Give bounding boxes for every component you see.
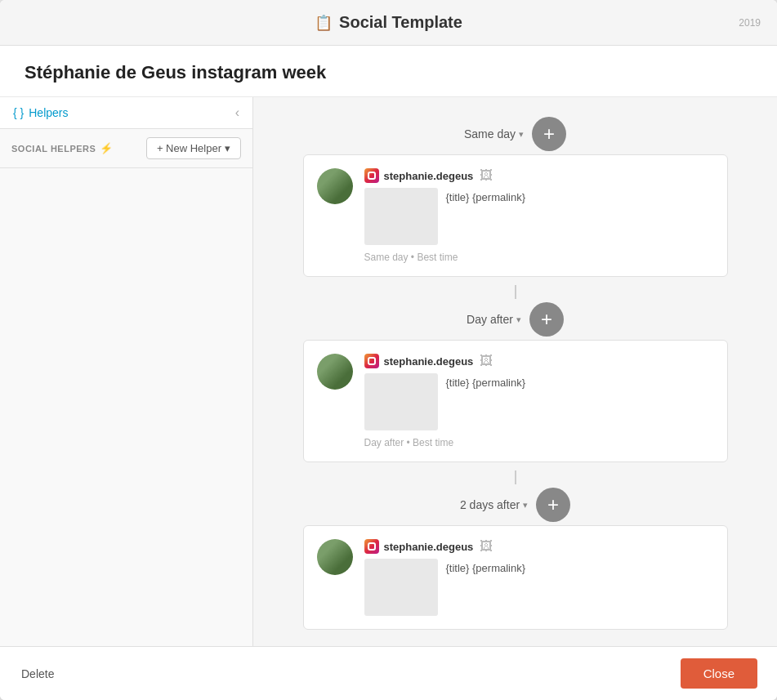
timing-caret-3[interactable]: ▾ [523, 500, 528, 511]
post-text-1: {title} {permalink} [446, 188, 526, 203]
post-preview-row-1: {title} {permalink} [364, 188, 714, 245]
sidebar-tab: { } Helpers ‹ [0, 97, 252, 129]
post-card-3: stephanie.degeus 🖼 {title} {permalink} [303, 525, 728, 630]
year-badge: 2019 [739, 17, 761, 29]
timing-label-2: Day after ▾ [467, 313, 521, 326]
post-preview-row-2: {title} {permalink} [364, 373, 714, 430]
timeline-row-2: Day after ▾ + [467, 302, 564, 337]
post-text-3: {title} {permalink} [446, 559, 526, 574]
post-account-row-2: stephanie.degeus 🖼 [364, 354, 714, 368]
timeline-row-1: Same day ▾ + [464, 117, 566, 151]
image-attach-icon-1: 🖼 [480, 168, 493, 183]
instagram-icon-1 [364, 168, 379, 183]
timeline-item-3: 2 days after ▾ + stephanie.de [303, 484, 728, 630]
timing-caret-2[interactable]: ▾ [516, 314, 521, 325]
timing-text-1: Same day [464, 127, 516, 140]
post-body-1: stephanie.degeus 🖼 {title} {permalink} S… [364, 168, 714, 263]
new-helper-label: + New Helper [157, 142, 221, 154]
connector-2 [515, 470, 516, 484]
lightning-icon: ⚡ [100, 142, 114, 154]
social-helpers-label: SOCIAL HELPERS ⚡ [11, 142, 114, 154]
timing-text-2: Day after [467, 313, 513, 326]
collapse-sidebar-icon[interactable]: ‹ [235, 105, 239, 120]
post-body-2: stephanie.degeus 🖼 {title} {permalink} D… [364, 354, 714, 448]
timing-label-1: Same day ▾ [464, 127, 524, 140]
timing-text-3: 2 days after [460, 498, 520, 511]
add-post-button-3[interactable]: + [536, 488, 570, 522]
avatar-image-1 [317, 168, 353, 204]
post-timing-detail-1: Same day • Best time [364, 252, 714, 263]
image-attach-icon-3: 🖼 [480, 539, 493, 554]
add-post-button-2[interactable]: + [529, 302, 564, 337]
timing-caret-1[interactable]: ▾ [519, 129, 524, 140]
connector-1 [515, 285, 516, 299]
account-name-1: stephanie.degeus [384, 170, 474, 182]
post-card-2: stephanie.degeus 🖼 {title} {permalink} D… [303, 340, 728, 462]
post-text-2: {title} {permalink} [446, 373, 526, 389]
social-helpers-text: SOCIAL HELPERS [11, 144, 96, 154]
delete-button[interactable]: Delete [20, 662, 56, 685]
content-area: Same day ▾ + stephanie.degeus [253, 97, 777, 646]
avatar-image-2 [317, 354, 353, 390]
avatar-image-3 [317, 539, 353, 575]
post-account-row-1: stephanie.degeus 🖼 [364, 168, 714, 183]
sidebar: { } Helpers ‹ SOCIAL HELPERS ⚡ + New Hel… [0, 97, 253, 646]
sidebar-helpers-bar: SOCIAL HELPERS ⚡ + New Helper ▾ [0, 129, 252, 168]
image-placeholder-1 [364, 188, 438, 245]
sidebar-tab-label: { } Helpers [13, 106, 69, 119]
post-preview-row-3: {title} {permalink} [364, 559, 714, 616]
timeline-item-1: Same day ▾ + stephanie.degeus [303, 114, 728, 277]
new-helper-button[interactable]: + New Helper ▾ [146, 137, 241, 159]
modal-container: 📋 Social Template 2019 Stéphanie de Geus… [0, 0, 777, 700]
instagram-icon-3 [364, 539, 379, 554]
template-icon: 📋 [315, 14, 333, 32]
avatar-1 [317, 168, 353, 204]
image-placeholder-3 [364, 559, 438, 616]
helpers-tab-label: Helpers [29, 106, 68, 119]
post-body-3: stephanie.degeus 🖼 {title} {permalink} [364, 539, 714, 616]
modal-title-text: Social Template [339, 13, 462, 32]
account-name-3: stephanie.degeus [384, 541, 474, 553]
post-account-row-3: stephanie.degeus 🖼 [364, 539, 714, 554]
account-name-2: stephanie.degeus [384, 355, 474, 368]
add-post-button-1[interactable]: + [532, 117, 566, 151]
instagram-icon-2 [364, 354, 379, 368]
image-placeholder-2 [364, 373, 438, 430]
close-button[interactable]: Close [681, 658, 757, 689]
modal-header: 📋 Social Template 2019 [0, 0, 777, 46]
curly-braces-icon: { } [13, 106, 24, 119]
dropdown-arrow-icon: ▾ [225, 142, 230, 154]
modal-title: 📋 Social Template [315, 13, 462, 32]
post-card-1: stephanie.degeus 🖼 {title} {permalink} S… [303, 154, 728, 277]
timeline-item-2: Day after ▾ + stephanie.degeu [303, 299, 728, 462]
main-content: { } Helpers ‹ SOCIAL HELPERS ⚡ + New Hel… [0, 97, 777, 646]
image-attach-icon-2: 🖼 [480, 354, 493, 368]
post-timing-detail-2: Day after • Best time [364, 437, 714, 448]
page-title-bar: Stéphanie de Geus instagram week [0, 46, 777, 97]
timeline-row-3: 2 days after ▾ + [460, 488, 570, 522]
timing-label-3: 2 days after ▾ [460, 498, 528, 511]
avatar-3 [317, 539, 353, 575]
page-title: Stéphanie de Geus instagram week [25, 62, 326, 82]
modal-footer: Delete Close [0, 646, 777, 700]
avatar-2 [317, 354, 353, 390]
